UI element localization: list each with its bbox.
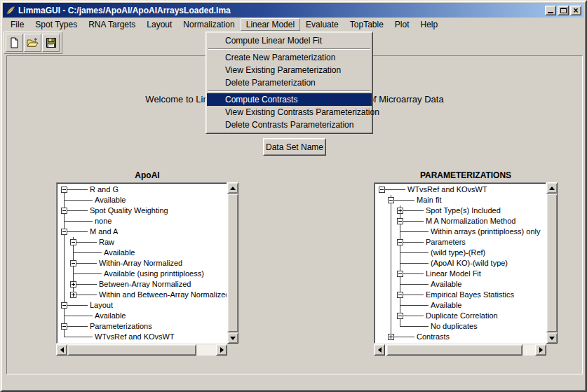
tree-canvas[interactable]: WTvsRef and KOvsWTMain fitSpot Type(s) I… <box>374 182 546 344</box>
scroll-right-button[interactable] <box>535 344 546 356</box>
tree-item[interactable]: Duplicate Correlation <box>375 311 546 321</box>
expand-toggle-icon[interactable] <box>397 208 403 214</box>
menu-item-create-new-parameterization[interactable]: Create New Parameterization <box>207 51 372 64</box>
scroll-left-button[interactable] <box>56 344 67 356</box>
menu-item-view-existing-contrasts-parameterization[interactable]: View Existing Contrasts Parameterization <box>207 106 372 119</box>
expand-toggle-icon[interactable] <box>388 334 394 340</box>
collapse-toggle-icon[interactable] <box>61 208 67 214</box>
tree-item[interactable]: Available <box>57 195 227 205</box>
menubar-item-rna-targets[interactable]: RNA Targets <box>83 18 141 31</box>
tree-item[interactable]: Available <box>57 248 227 258</box>
tree-item[interactable]: Available <box>375 279 546 290</box>
menu-item-delete-parameterization[interactable]: Delete Parameterization <box>207 76 372 89</box>
menubar-item-evaluate[interactable]: Evaluate <box>300 18 344 31</box>
tree-item[interactable]: (ApoAI KO)-(wild type) <box>375 258 546 269</box>
menu-item-view-existing-parameterization[interactable]: View Existing Parameterization <box>207 64 372 76</box>
tree-item[interactable]: Parameterizations <box>57 321 227 332</box>
menubar-item-layout[interactable]: Layout <box>141 18 177 31</box>
tree-item[interactable]: R and G <box>57 184 227 195</box>
tree-item[interactable]: Main fit <box>375 195 546 205</box>
close-button[interactable]: × <box>570 6 581 15</box>
data-set-name-button[interactable]: Data Set Name <box>263 138 326 156</box>
expand-toggle-icon[interactable] <box>70 292 76 298</box>
new-file-button[interactable] <box>6 34 23 52</box>
titlebar[interactable]: LimmaGUI - C:/james/ApoAI/ApoAIArraysLoa… <box>3 3 584 18</box>
vertical-scrollbar[interactable] <box>227 182 238 344</box>
tree-line <box>64 231 88 232</box>
tree-item-label: Contrasts <box>417 332 450 341</box>
menubar-item-file[interactable]: File <box>5 18 29 31</box>
tree-line <box>64 248 65 258</box>
tree-item[interactable]: Within arrays (printtiploess) only <box>375 227 546 237</box>
tree-item-label: Available <box>104 248 135 257</box>
window-controls: × <box>544 6 581 15</box>
collapse-toggle-icon[interactable] <box>70 260 76 266</box>
tree-item[interactable]: Linear Model Fit <box>375 269 546 279</box>
tree-item[interactable]: Spot Quality Weighting <box>57 205 227 216</box>
menubar-item-spot-types[interactable]: Spot Types <box>29 18 83 31</box>
tree-item[interactable]: Contrasts <box>375 332 546 342</box>
tree-item[interactable]: none <box>57 216 227 227</box>
horizontal-scroll-thumb[interactable] <box>386 344 522 356</box>
collapse-toggle-icon[interactable] <box>61 229 67 235</box>
tree-item[interactable]: Raw <box>57 237 227 248</box>
tree-item[interactable]: Empirical Bayes Statistics <box>375 290 546 300</box>
tree-item[interactable]: (wild type)-(Ref) <box>375 248 546 258</box>
collapse-toggle-icon[interactable] <box>61 323 67 330</box>
scroll-down-button[interactable] <box>546 332 558 344</box>
tree-item[interactable]: WTvsRef and KOvsWT <box>375 184 546 195</box>
collapse-toggle-icon[interactable] <box>397 292 403 298</box>
tree-item[interactable]: M and A <box>57 227 227 237</box>
scroll-up-button[interactable] <box>546 182 558 194</box>
collapse-toggle-icon[interactable] <box>61 187 67 193</box>
minus-bar <box>62 210 66 211</box>
scroll-right-button[interactable] <box>216 344 227 356</box>
menubar-item-linear-model[interactable]: Linear Model <box>241 18 300 31</box>
maximize-button[interactable] <box>558 6 569 15</box>
tree-item-label: Parameterizations <box>90 322 152 330</box>
tree-item-label: Raw <box>99 238 114 246</box>
collapse-toggle-icon[interactable] <box>70 239 76 245</box>
vertical-scroll-thumb[interactable] <box>227 194 238 332</box>
tree-item[interactable]: Layout <box>57 300 227 311</box>
tree-item[interactable]: Available <box>375 300 546 311</box>
vertical-scroll-thumb[interactable] <box>546 194 558 332</box>
horizontal-scrollbar[interactable] <box>56 344 227 356</box>
scroll-up-button[interactable] <box>227 182 238 194</box>
collapse-toggle-icon[interactable] <box>397 218 403 224</box>
expand-toggle-icon[interactable] <box>70 281 76 288</box>
tree-item[interactable]: Within-Array Normalized <box>57 258 227 269</box>
menu-item-compute-contrasts[interactable]: Compute Contrasts <box>207 93 372 106</box>
tree-item[interactable]: WTvsRef and KOvsWT <box>57 332 227 342</box>
collapse-toggle-icon[interactable] <box>397 271 403 277</box>
scroll-down-button[interactable] <box>227 332 238 344</box>
tree-item[interactable]: Parameters <box>375 237 546 248</box>
menubar-item-plot[interactable]: Plot <box>389 18 415 31</box>
tree-line <box>73 295 97 295</box>
tree-item[interactable]: Spot Type(s) Included <box>375 205 546 216</box>
minimize-button[interactable] <box>545 6 556 15</box>
menubar-item-help[interactable]: Help <box>415 18 444 31</box>
tree-item[interactable]: Within and Between-Array Normalized <box>57 290 227 300</box>
menu-item-compute-linear-model-fit[interactable]: Compute Linear Model Fit <box>207 34 372 47</box>
tree-item[interactable]: Available <box>57 311 227 321</box>
tree-canvas[interactable]: R and GAvailableSpot Quality Weightingno… <box>56 182 227 344</box>
menubar-item-toptable[interactable]: TopTable <box>344 18 389 31</box>
horizontal-scrollbar[interactable] <box>374 344 546 356</box>
tree-item[interactable]: Available (using printtiploess) <box>57 269 227 279</box>
collapse-toggle-icon[interactable] <box>379 187 385 193</box>
vertical-scrollbar[interactable] <box>546 182 558 344</box>
tree-item[interactable]: M A Normalization Method <box>375 216 546 227</box>
open-file-button[interactable] <box>24 34 41 52</box>
collapse-toggle-icon[interactable] <box>397 313 403 319</box>
save-file-button[interactable] <box>42 34 60 52</box>
menu-item-delete-contrasts-parameterization[interactable]: Delete Contrasts Parameterization <box>207 119 372 131</box>
collapse-toggle-icon[interactable] <box>397 239 403 245</box>
collapse-toggle-icon[interactable] <box>61 302 67 309</box>
menubar-item-normalization[interactable]: Normalization <box>177 18 240 31</box>
tree-item[interactable]: No duplicates <box>375 321 546 332</box>
horizontal-scroll-thumb[interactable] <box>67 344 196 356</box>
collapse-toggle-icon[interactable] <box>388 197 394 203</box>
tree-item[interactable]: Between-Array Normalized <box>57 279 227 290</box>
scroll-left-button[interactable] <box>374 344 385 356</box>
